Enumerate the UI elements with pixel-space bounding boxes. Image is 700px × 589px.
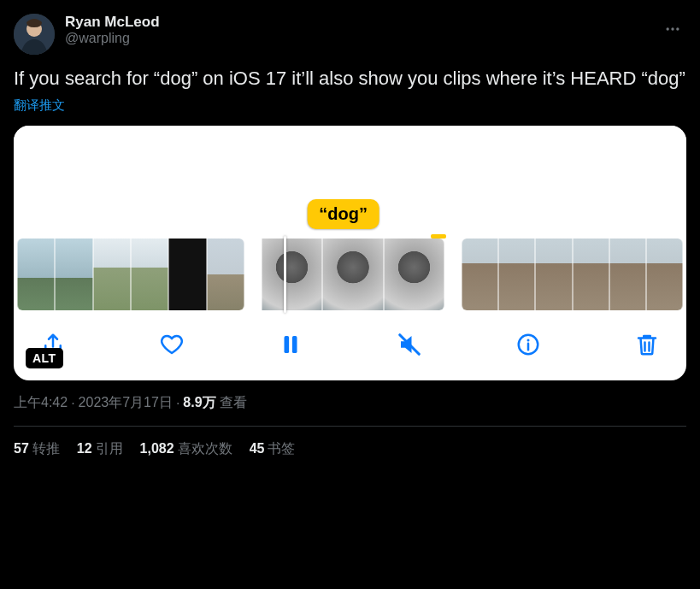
views-label: 查看 [220, 394, 247, 412]
ellipsis-icon [664, 21, 681, 38]
tweet-text: If you search for “dog” on iOS 17 it’ll … [14, 67, 686, 91]
thumbnail [168, 239, 206, 310]
playhead[interactable] [284, 236, 286, 313]
svg-rect-5 [285, 336, 290, 353]
translate-link[interactable]: 翻译推文 [14, 97, 65, 114]
like-button[interactable] [156, 329, 187, 360]
pause-button[interactable] [275, 329, 306, 360]
thumbnail [535, 239, 572, 310]
bookmarks-label: 书签 [268, 441, 295, 456]
thumbnail [93, 239, 131, 310]
video-timeline [14, 233, 686, 315]
info-button[interactable] [513, 329, 544, 360]
media-toolbar [14, 315, 686, 380]
tweet-container: Ryan McLeod @warpling If you search for … [14, 14, 686, 458]
quotes-count: 12 [77, 441, 92, 456]
display-name[interactable]: Ryan McLeod [65, 14, 160, 31]
tweet-date[interactable]: 2023年7月17日 [79, 394, 173, 412]
thumbnail [384, 239, 444, 310]
thumbnail [17, 239, 55, 310]
quotes-stat[interactable]: 12引用 [77, 440, 123, 458]
retweets-label: 转推 [32, 441, 60, 456]
quotes-label: 引用 [96, 441, 123, 456]
info-icon [515, 332, 541, 357]
likes-label: 喜欢次数 [178, 441, 232, 456]
tweet-time[interactable]: 上午4:42 [14, 394, 68, 412]
handle[interactable]: @warpling [65, 31, 160, 46]
tweet-meta: 上午4:42 · 2023年7月17日 · 8.9万 查看 [14, 394, 686, 412]
clip-group-1[interactable] [17, 239, 244, 310]
caption-row: “dog” [14, 199, 686, 233]
tweet-header: Ryan McLeod @warpling [14, 14, 686, 55]
delete-button[interactable] [632, 329, 662, 360]
retweets-count: 57 [14, 441, 29, 456]
retweets-stat[interactable]: 57转推 [14, 440, 60, 458]
likes-stat[interactable]: 1,082喜欢次数 [140, 440, 232, 458]
caption-bubble: “dog” [307, 199, 379, 229]
bookmarks-count: 45 [250, 441, 265, 456]
thumbnail [573, 239, 609, 310]
clip-group-3[interactable] [462, 239, 683, 310]
tweet-stats: 57转推 12引用 1,082喜欢次数 45书签 [14, 427, 686, 458]
alt-badge[interactable]: ALT [26, 348, 63, 368]
thumbnail [322, 239, 383, 310]
thumbnail [131, 239, 168, 310]
svg-point-8 [527, 339, 530, 342]
dot: · [176, 396, 179, 411]
trash-icon [634, 332, 660, 357]
thumbnail [498, 239, 535, 310]
svg-point-1 [671, 27, 674, 30]
media-whitespace [14, 126, 686, 199]
media-attachment[interactable]: “dog” [14, 126, 686, 380]
thumbnail [462, 239, 498, 310]
pause-icon [278, 332, 303, 357]
svg-point-0 [667, 27, 669, 30]
thumbnail [207, 239, 244, 310]
svg-rect-6 [292, 336, 297, 353]
speaker-muted-icon [397, 332, 422, 357]
avatar[interactable] [14, 14, 55, 55]
author-names: Ryan McLeod @warpling [65, 14, 160, 46]
thumbnail [262, 239, 322, 310]
avatar-image [14, 14, 55, 55]
bookmarks-stat[interactable]: 45书签 [250, 440, 296, 458]
thumbnail [55, 239, 92, 310]
thumbnail [646, 239, 683, 310]
svg-point-2 [676, 27, 679, 30]
clip-group-2[interactable] [262, 239, 444, 310]
more-options-button[interactable] [659, 15, 686, 43]
dot: · [71, 396, 74, 411]
mute-button[interactable] [394, 329, 425, 360]
views-count: 8.9万 [183, 394, 215, 412]
heart-icon [159, 332, 185, 357]
likes-count: 1,082 [140, 441, 174, 456]
thumbnail [609, 239, 646, 310]
